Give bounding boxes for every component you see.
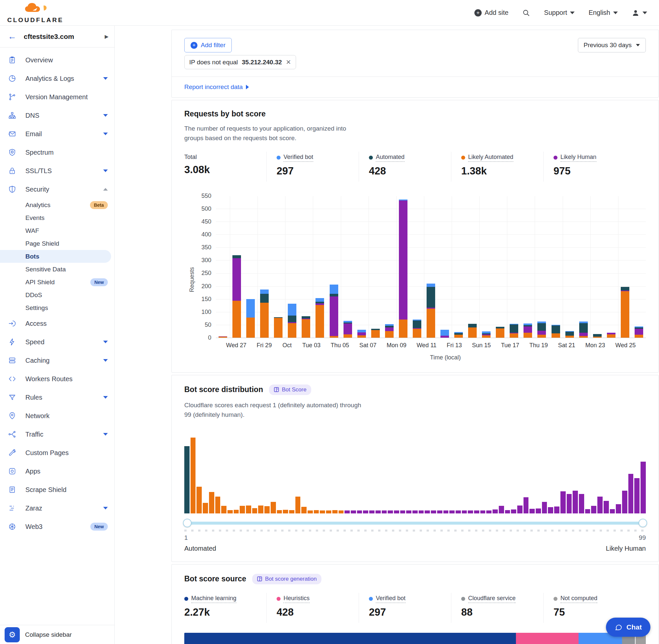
sidebar-item-version-management[interactable]: Version Management	[0, 88, 114, 106]
settings-gear-button[interactable]: ⚙	[5, 627, 20, 642]
chart-bar[interactable]	[330, 284, 338, 338]
stat-label[interactable]: Likely Human	[554, 154, 626, 162]
histogram-bar-likely-human[interactable]	[357, 510, 362, 513]
support-menu[interactable]: Support	[544, 9, 574, 17]
histogram-bar-likely-human[interactable]	[425, 510, 430, 513]
histogram-bar-likely-human[interactable]	[511, 509, 516, 513]
histogram-bar-likely-human[interactable]	[579, 494, 584, 513]
chart-bar[interactable]	[496, 327, 504, 338]
chart-bar[interactable]	[218, 336, 227, 338]
account-menu[interactable]	[632, 9, 647, 17]
sidebar-item-waf[interactable]: WAF	[0, 224, 114, 237]
histogram-bar-likely-automated[interactable]	[314, 510, 319, 513]
sidebar-item-network[interactable]: Network	[0, 407, 114, 425]
histogram-bar-likely-human[interactable]	[382, 510, 387, 513]
histogram-bar-likely-human[interactable]	[523, 497, 529, 513]
sidebar-item-apps[interactable]: Apps	[0, 462, 114, 480]
chart-bar[interactable]	[468, 324, 477, 337]
histogram-bar-likely-automated[interactable]	[301, 507, 307, 513]
site-switcher[interactable]: ← cftestsite3.com ▶	[0, 26, 114, 47]
chart-bar[interactable]	[579, 322, 588, 337]
histogram-bar-likely-human[interactable]	[505, 510, 510, 513]
chart-bar[interactable]	[357, 330, 366, 338]
slider-handle-max[interactable]	[639, 519, 647, 527]
sidebar-item-ssl-tls[interactable]: SSL/TLS	[0, 162, 114, 180]
sidebar-item-speed[interactable]: Speed	[0, 333, 114, 351]
chart-bar[interactable]	[371, 329, 380, 338]
sidebar-item-email[interactable]: Email	[0, 125, 114, 143]
chart-bar[interactable]	[441, 330, 449, 337]
sidebar-item-events[interactable]: Events	[0, 211, 114, 224]
histogram-bar-likely-human[interactable]	[554, 506, 560, 513]
histogram-bar-likely-human[interactable]	[413, 510, 418, 513]
histogram-bar-automated[interactable]	[184, 446, 190, 513]
chat-button[interactable]: Chat	[606, 618, 651, 637]
histogram-bar-likely-automated[interactable]	[240, 506, 245, 513]
report-incorrect-data-link[interactable]: Report incorrect data	[184, 84, 243, 91]
histogram-bar-likely-human[interactable]	[548, 507, 553, 513]
chart-bar[interactable]	[288, 304, 297, 337]
histogram-bar-likely-human[interactable]	[591, 506, 596, 513]
sidebar-item-overview[interactable]: Overview	[0, 51, 114, 69]
sidebar-item-scrape-shield[interactable]: Scrape Shield	[0, 480, 114, 499]
histogram-bar-likely-human[interactable]	[400, 510, 405, 513]
source-segment-heuristics[interactable]	[516, 633, 579, 644]
filter-chip[interactable]: IP does not equal 35.212.240.32 ✕	[184, 55, 296, 69]
histogram-bar-likely-human[interactable]	[610, 509, 615, 513]
stat-label[interactable]: Machine learning	[184, 595, 257, 603]
sidebar-item-workers-routes[interactable]: Workers Routes	[0, 370, 114, 388]
chart-bar[interactable]	[621, 287, 629, 338]
histogram-bar-likely-human[interactable]	[480, 510, 486, 513]
histogram-bar-likely-automated[interactable]	[296, 497, 301, 513]
histogram-bar-likely-human[interactable]	[388, 510, 393, 513]
histogram-bar-likely-human[interactable]	[443, 510, 449, 513]
histogram-bar-likely-human[interactable]	[616, 504, 621, 513]
chart-bar[interactable]	[260, 290, 269, 338]
collapse-sidebar-button[interactable]: Collapse sidebar	[25, 631, 72, 638]
chart-bar[interactable]	[482, 331, 491, 338]
chart-bar[interactable]	[274, 317, 283, 338]
histogram-bar-likely-human[interactable]	[449, 510, 455, 513]
sidebar-item-rules[interactable]: Rules	[0, 388, 114, 407]
histogram-bar-likely-automated[interactable]	[320, 510, 325, 513]
histogram-bar-likely-human[interactable]	[542, 502, 547, 513]
back-arrow-icon[interactable]: ←	[8, 31, 17, 42]
histogram-bar-likely-automated[interactable]	[289, 510, 295, 513]
caret-right-icon[interactable]: ▶	[104, 33, 109, 40]
sidebar-item-zaraz[interactable]: Zaraz	[0, 499, 114, 518]
slider-track[interactable]	[184, 522, 646, 525]
histogram-bar-likely-human[interactable]	[536, 508, 541, 513]
chart-bar[interactable]	[399, 200, 407, 338]
chart-bar[interactable]	[232, 255, 241, 338]
sidebar-item-traffic[interactable]: Traffic	[0, 425, 114, 443]
histogram-bar-likely-human[interactable]	[573, 491, 578, 513]
sidebar-item-page-shield[interactable]: Page Shield	[0, 237, 114, 250]
language-menu[interactable]: English	[588, 9, 618, 17]
stat-label[interactable]: Cloudflare service	[461, 595, 534, 603]
histogram-bar-likely-automated[interactable]	[338, 510, 344, 513]
chart-bar[interactable]	[427, 283, 435, 338]
chart-bar[interactable]	[315, 298, 324, 338]
histogram-bar-likely-human[interactable]	[486, 510, 492, 513]
histogram-bar-likely-human[interactable]	[437, 510, 442, 513]
add-site-button[interactable]: + Add site	[474, 9, 508, 17]
sidebar-item-web3[interactable]: Web3New	[0, 518, 114, 536]
histogram-bar-likely-human[interactable]	[622, 491, 627, 513]
chart-bar[interactable]	[510, 324, 518, 338]
histogram-bar-likely-automated[interactable]	[326, 510, 331, 513]
histogram-bar-likely-automated[interactable]	[196, 487, 202, 513]
stat-label[interactable]: Not computed	[554, 595, 626, 603]
chart-bar[interactable]	[344, 321, 352, 338]
histogram-bar-likely-automated[interactable]	[264, 506, 270, 513]
histogram-bar-likely-human[interactable]	[394, 510, 399, 513]
source-segment-machine-learning[interactable]	[184, 633, 516, 644]
histogram-bar-likely-human[interactable]	[345, 510, 350, 513]
histogram-bar-likely-automated[interactable]	[283, 510, 288, 513]
histogram-bar-likely-human[interactable]	[363, 510, 368, 513]
histogram-bar-likely-human[interactable]	[351, 510, 356, 513]
stat-label[interactable]: Verified bot	[277, 154, 349, 162]
stat-label[interactable]: Likely Automated	[461, 154, 534, 162]
sidebar-item-spectrum[interactable]: Spectrum	[0, 143, 114, 162]
histogram-bar-likely-automated[interactable]	[252, 508, 257, 513]
histogram-bar-likely-human[interactable]	[560, 491, 566, 513]
